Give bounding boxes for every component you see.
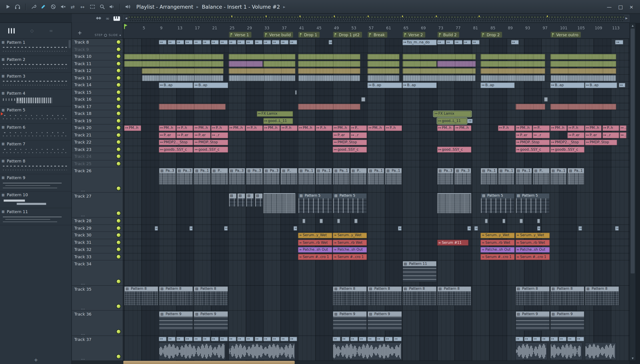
link-icon[interactable]: ∞ [106,16,109,21]
clip[interactable]: ↦B..ap [585,82,617,88]
paint-icon[interactable] [39,2,48,11]
track-row[interactable]: Track 25 [72,160,123,167]
clip[interactable] [480,54,545,60]
time-marker[interactable]: Break [368,32,387,38]
clip[interactable]: ↦ [228,40,236,44]
clip[interactable] [263,61,295,67]
clip[interactable]: ↦P..er [585,132,602,138]
track-mute-led[interactable] [117,330,120,333]
clip[interactable]: ∞Serum..y_Wet [298,232,332,238]
clip[interactable]: ↦good..SSY_c [515,146,550,152]
clip[interactable] [298,54,361,60]
clip[interactable] [298,61,361,67]
grid-row[interactable] [123,110,630,117]
clip[interactable] [298,75,361,81]
clip[interactable]: ▤Pattern 8 [437,286,472,306]
clip[interactable]: ↦PMDP..Stop [585,139,617,145]
pattern-list-item[interactable]: ▦Pattern 6 [0,124,72,140]
clip[interactable]: ↦P..h [315,125,332,131]
clip[interactable]: ↦ [281,40,288,44]
grid-row[interactable] [123,192,630,218]
clip[interactable]: ↦ [272,40,280,44]
clip[interactable] [142,68,224,74]
zoom-icon[interactable] [98,2,106,11]
clip[interactable]: ↦PM..h [585,125,602,131]
clip[interactable]: ↦P..h [498,125,515,131]
clip[interactable]: ↦P..er [515,132,532,138]
clip[interactable]: ↦PM..h [333,125,350,131]
clip[interactable]: ▤Pattern 8 [194,286,228,306]
vertical-scrollbar[interactable]: ▲ ▼ [629,23,636,361]
clip[interactable]: ↦ [559,336,566,341]
clip[interactable]: ∞Serum..rb Wet [480,240,515,246]
clip[interactable]: ↦ [246,40,254,44]
clip[interactable]: ▤Pa..1 [298,168,315,185]
clip[interactable]: ↦good..SSY_c [333,146,367,152]
clip[interactable]: ↦goodb..SSY_c [550,146,584,152]
time-marker[interactable]: Verse build [264,32,293,38]
clip[interactable] [550,342,582,360]
track-mute-led[interactable] [117,90,120,94]
clip[interactable]: ∞Serum..y_Wet [333,232,367,238]
vertical-scrollbar-thumb[interactable] [631,29,635,274]
clip[interactable]: ↦ [533,336,540,341]
clip[interactable]: ↦PMDP..Stop [194,139,228,145]
clip[interactable] [320,219,323,223]
clip[interactable]: ↦ [468,119,473,123]
link-icon[interactable]: ∞ [49,28,53,33]
track-mute-led[interactable] [117,226,120,230]
slash-icon[interactable] [49,2,58,11]
clip[interactable]: ↦good..L_11 [437,118,467,124]
clip[interactable] [228,75,295,81]
clip[interactable]: ↦ [550,336,558,341]
clip[interactable]: ↦ [289,336,297,341]
clip[interactable]: ↦ [185,40,193,44]
clip[interactable]: ▤Pattern 5 [298,193,332,213]
step-toggle-label[interactable]: STEP [95,34,103,37]
clip[interactable] [480,68,545,74]
time-marker[interactable]: Drop 1 [298,32,320,38]
time-marker[interactable]: Drop 1 pt2 [333,32,362,38]
track-mute-led[interactable] [117,69,120,73]
clip[interactable]: ↦PM..h [159,125,176,131]
clip[interactable]: ▤ [228,193,237,207]
clip[interactable]: ↦P.. [350,125,367,131]
pattern-list-item[interactable]: ▦Pattern 8 [0,157,72,174]
clip[interactable]: ↦PM..h [194,125,210,131]
clip[interactable]: ↦ [328,40,332,44]
clip[interactable]: ↦ [263,40,271,44]
clip[interactable] [515,104,545,110]
track-mute-led[interactable] [117,240,120,244]
clip[interactable]: ↦ [359,336,367,341]
clip[interactable]: ↦ [202,40,210,44]
clip[interactable]: ▤Pa..1 [498,168,515,185]
clip[interactable]: ↦ [294,226,297,230]
arrangement-overview-scrollbar[interactable]: ◀ ▶ [123,15,630,22]
clip[interactable] [550,75,616,81]
clip[interactable]: ↦PMDP..Stop [333,139,367,145]
clip[interactable]: ▤Pa..1 [194,168,210,185]
clip[interactable] [124,54,224,60]
clip[interactable]: ↦B..ap [194,82,228,88]
playlist-grid[interactable]: ↦↦↦↦↦↦↦↦↦↦↦↦↦↦↦↦↦↦fss_m..na_do↦↦↦↦↦↦↦↦B.… [123,39,630,361]
clip[interactable]: ↦PM..h [228,125,245,131]
clip[interactable]: ↦ [168,40,175,44]
clip[interactable]: ▤P.. [281,168,298,185]
pattern-list-item[interactable]: ▦Pattern 2 [0,56,72,73]
clip[interactable]: ↦ [524,336,532,341]
track-row[interactable]: Track 26… [72,167,123,192]
clip[interactable] [502,219,505,223]
clip[interactable] [520,219,523,223]
time-marker[interactable]: Verse outro [550,32,581,38]
clip[interactable]: ∞Patche..sh Out [480,247,515,253]
clip[interactable]: ▤Pa..3 [246,168,263,185]
clip[interactable]: ↦B..ap [368,82,402,88]
clip[interactable]: ↦ [202,336,210,341]
clip[interactable] [515,342,548,360]
clip[interactable]: ↦ [394,336,401,341]
slide-toggle-icon[interactable] [120,34,121,36]
clip[interactable]: ↦ [537,226,541,230]
clip[interactable] [585,342,616,360]
clip[interactable] [142,75,224,81]
clip[interactable]: ↦P..h [568,125,584,131]
